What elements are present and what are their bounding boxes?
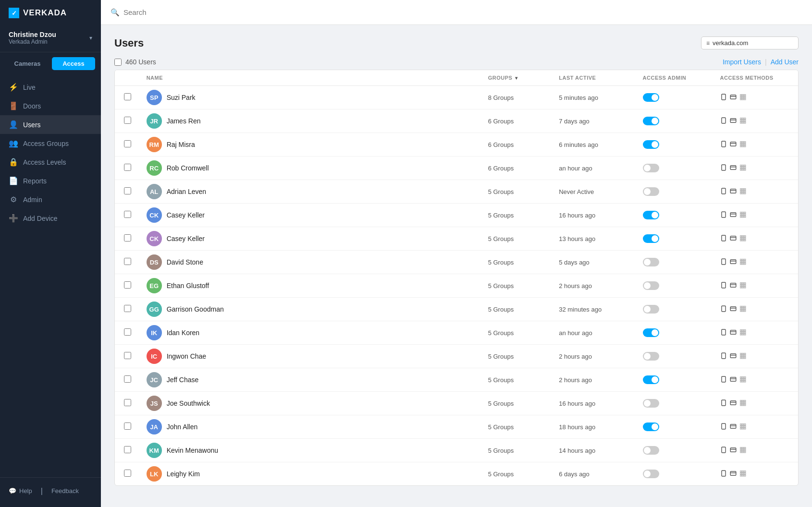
svg-rect-199 bbox=[740, 447, 741, 448]
svg-rect-184 bbox=[730, 424, 736, 428]
row-admin-cell bbox=[637, 227, 714, 251]
row-checkbox[interactable] bbox=[124, 470, 131, 477]
admin-toggle[interactable] bbox=[643, 470, 659, 478]
phone-icon bbox=[720, 329, 727, 337]
phone-icon bbox=[720, 164, 727, 172]
row-checkbox[interactable] bbox=[124, 352, 131, 359]
svg-rect-72 bbox=[740, 214, 741, 215]
admin-toggle[interactable] bbox=[643, 211, 659, 219]
tab-access[interactable]: Access bbox=[52, 57, 95, 70]
row-checkbox[interactable] bbox=[124, 93, 131, 100]
row-checkbox[interactable] bbox=[124, 164, 131, 171]
row-checkbox[interactable] bbox=[124, 234, 131, 241]
user-name-cell[interactable]: Rob Cromwell bbox=[167, 164, 209, 172]
admin-toggle[interactable] bbox=[643, 422, 659, 431]
help-button[interactable]: 💬 Help bbox=[0, 483, 41, 499]
row-checkbox[interactable] bbox=[124, 305, 131, 312]
admin-toggle[interactable] bbox=[643, 446, 659, 455]
sidebar-item-access-levels[interactable]: 🔒 Access Levels bbox=[0, 153, 101, 171]
row-checkbox[interactable] bbox=[124, 187, 131, 194]
user-chevron-icon[interactable]: ▾ bbox=[89, 35, 92, 41]
row-checkbox-cell bbox=[115, 204, 141, 227]
avatar: CK bbox=[147, 231, 162, 246]
admin-toggle[interactable] bbox=[643, 352, 659, 361]
row-checkbox[interactable] bbox=[124, 211, 131, 218]
sidebar-item-access-groups[interactable]: 👥 Access Groups bbox=[0, 134, 101, 153]
admin-toggle[interactable] bbox=[643, 164, 659, 172]
user-name-cell[interactable]: Raj Misra bbox=[167, 141, 195, 148]
svg-rect-175 bbox=[744, 400, 745, 401]
row-checkbox[interactable] bbox=[124, 117, 131, 124]
user-name-cell[interactable]: James Ren bbox=[167, 117, 201, 125]
sidebar-item-doors[interactable]: 🚪 Doors bbox=[0, 97, 101, 115]
admin-toggle[interactable] bbox=[643, 258, 659, 266]
row-checkbox[interactable] bbox=[124, 328, 131, 336]
user-name-cell[interactable]: Joe Southwick bbox=[167, 399, 210, 407]
admin-toggle[interactable] bbox=[643, 305, 659, 314]
svg-rect-195 bbox=[721, 447, 725, 453]
user-name-cell[interactable]: Kevin Menawonu bbox=[167, 447, 218, 454]
admin-toggle[interactable] bbox=[643, 375, 659, 384]
col-groups-header[interactable]: GROUPS ▾ bbox=[482, 70, 554, 86]
admin-toggle[interactable] bbox=[643, 281, 659, 290]
col-access-admin-header[interactable]: ACCESS ADMIN bbox=[637, 70, 714, 86]
admin-toggle[interactable] bbox=[643, 187, 659, 196]
col-name-header[interactable]: NAME bbox=[141, 70, 482, 86]
user-name-cell[interactable]: Ethan Glustoff bbox=[167, 282, 209, 290]
avatar: GG bbox=[147, 302, 162, 317]
admin-toggle[interactable] bbox=[643, 328, 659, 337]
user-name-cell[interactable]: Leighy Kim bbox=[167, 470, 200, 478]
filter-input[interactable] bbox=[713, 39, 793, 47]
user-name-cell[interactable]: Idan Koren bbox=[167, 329, 200, 337]
select-all-checkbox[interactable] bbox=[114, 59, 122, 66]
row-checkbox[interactable] bbox=[124, 281, 131, 289]
svg-rect-201 bbox=[744, 447, 745, 448]
phone-icon bbox=[720, 282, 727, 290]
admin-toggle[interactable] bbox=[643, 93, 659, 102]
svg-rect-86 bbox=[742, 237, 743, 239]
sidebar-item-live[interactable]: ⚡ Live bbox=[0, 78, 101, 97]
user-name-cell[interactable]: Casey Keller bbox=[167, 211, 205, 219]
avatar: DS bbox=[147, 254, 162, 270]
sidebar-item-add-device[interactable]: ➕ Add Device bbox=[0, 209, 101, 228]
add-user-button[interactable]: Add User bbox=[771, 58, 799, 66]
search-input[interactable] bbox=[123, 8, 268, 16]
row-checkbox[interactable] bbox=[124, 399, 131, 406]
tab-cameras[interactable]: Cameras bbox=[6, 57, 49, 70]
col-last-active-header[interactable]: LAST ACTIVE bbox=[553, 70, 637, 86]
feedback-button[interactable]: Feedback bbox=[43, 483, 87, 499]
user-name-cell[interactable]: David Stone bbox=[167, 258, 203, 266]
admin-toggle[interactable] bbox=[643, 399, 659, 408]
svg-rect-178 bbox=[744, 402, 745, 403]
user-name-cell[interactable]: Jeff Chase bbox=[167, 376, 199, 384]
row-admin-cell bbox=[637, 157, 714, 180]
row-checkbox[interactable] bbox=[124, 140, 131, 147]
admin-toggle[interactable] bbox=[643, 140, 659, 149]
svg-rect-122 bbox=[742, 306, 743, 307]
groups-sort-icon: ▾ bbox=[515, 75, 518, 81]
svg-rect-41 bbox=[730, 165, 736, 169]
user-name-cell[interactable]: Ingwon Chae bbox=[167, 352, 207, 360]
svg-rect-5 bbox=[742, 94, 743, 96]
sidebar-item-reports[interactable]: 📄 Reports bbox=[0, 171, 101, 190]
admin-toggle[interactable] bbox=[643, 234, 659, 243]
svg-rect-69 bbox=[740, 212, 741, 213]
admin-toggle[interactable] bbox=[643, 117, 659, 125]
row-checkbox[interactable] bbox=[124, 258, 131, 265]
user-name-cell[interactable]: Suzi Park bbox=[167, 94, 196, 101]
svg-rect-187 bbox=[742, 423, 743, 425]
card-icon bbox=[730, 235, 737, 243]
sidebar-item-users[interactable]: 👤 Users bbox=[0, 115, 101, 134]
row-last-active-cell: 7 days ago bbox=[553, 109, 637, 133]
user-name-cell[interactable]: Garrison Goodman bbox=[167, 305, 224, 313]
user-name-cell[interactable]: Adrian Leven bbox=[167, 188, 207, 195]
svg-rect-13 bbox=[721, 118, 725, 123]
import-users-button[interactable]: Import Users bbox=[723, 58, 761, 66]
sidebar-item-admin[interactable]: ⚙ Admin bbox=[0, 190, 101, 209]
row-checkbox[interactable] bbox=[124, 422, 131, 430]
row-checkbox[interactable] bbox=[124, 446, 131, 453]
user-name-cell[interactable]: Casey Keller bbox=[167, 235, 205, 242]
last-active-value: 5 minutes ago bbox=[559, 94, 598, 101]
row-checkbox[interactable] bbox=[124, 375, 131, 383]
user-name-cell[interactable]: John Allen bbox=[167, 423, 198, 431]
